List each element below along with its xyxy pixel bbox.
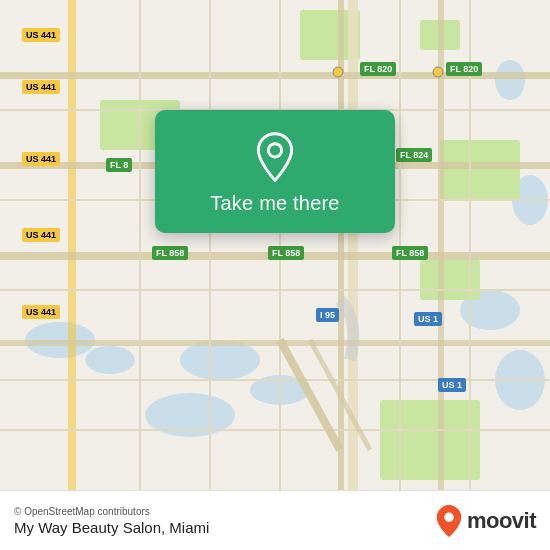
road-label-us441-1: US 441 bbox=[22, 28, 60, 42]
location-popup: Take me there bbox=[155, 110, 395, 233]
moovit-text: moovit bbox=[467, 508, 536, 534]
svg-point-2 bbox=[85, 346, 135, 374]
road-label-us441-4: US 441 bbox=[22, 228, 60, 242]
svg-point-40 bbox=[268, 144, 281, 157]
road-label-fl858-3: FL 858 bbox=[392, 246, 428, 260]
svg-point-38 bbox=[433, 67, 443, 77]
moovit-logo: moovit bbox=[435, 504, 536, 538]
copyright-text: © OpenStreetMap contributors bbox=[14, 506, 209, 517]
road-label-us1-1: US 1 bbox=[414, 312, 442, 326]
road-label-us441-3: US 441 bbox=[22, 152, 60, 166]
svg-point-41 bbox=[444, 512, 453, 521]
map-container: US 441 US 441 US 441 US 441 US 441 FL 82… bbox=[0, 0, 550, 490]
moovit-pin-icon bbox=[435, 504, 463, 538]
bottom-left: © OpenStreetMap contributors My Way Beau… bbox=[14, 506, 209, 536]
take-me-there-button[interactable]: Take me there bbox=[210, 192, 339, 215]
road-label-fl8: FL 8 bbox=[106, 158, 132, 172]
road-label-fl858-1: FL 858 bbox=[152, 246, 188, 260]
svg-point-37 bbox=[333, 67, 343, 77]
road-label-us441-5: US 441 bbox=[22, 305, 60, 319]
svg-point-9 bbox=[495, 60, 525, 100]
bottom-bar: © OpenStreetMap contributors My Way Beau… bbox=[0, 490, 550, 550]
road-label-i95: I 95 bbox=[316, 308, 339, 322]
road-label-us441-2: US 441 bbox=[22, 80, 60, 94]
svg-rect-16 bbox=[380, 400, 480, 480]
road-label-us1-2: US 1 bbox=[438, 378, 466, 392]
location-pin-icon bbox=[250, 132, 300, 182]
svg-rect-24 bbox=[0, 340, 550, 346]
road-label-fl820-2: FL 820 bbox=[446, 62, 482, 76]
road-label-fl820-1: FL 820 bbox=[360, 62, 396, 76]
road-label-fl824: FL 824 bbox=[396, 148, 432, 162]
location-name: My Way Beauty Salon, Miami bbox=[14, 519, 209, 536]
road-label-fl858-2: FL 858 bbox=[268, 246, 304, 260]
svg-rect-13 bbox=[440, 140, 520, 200]
